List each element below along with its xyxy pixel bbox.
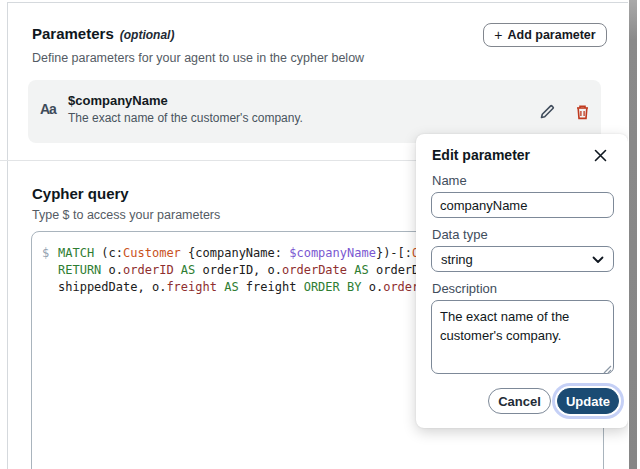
- data-type-select[interactable]: string: [431, 246, 614, 272]
- panel-left-border: [7, 2, 8, 469]
- delete-parameter-button[interactable]: [573, 104, 591, 122]
- cancel-button[interactable]: Cancel: [488, 388, 551, 414]
- code-gutter-prompt: $: [42, 246, 49, 260]
- optional-label: (optional): [120, 28, 175, 42]
- description-label: Description: [432, 281, 497, 296]
- parameter-description: The exact name of the customer's company…: [68, 111, 303, 125]
- chevron-down-icon: [592, 250, 604, 268]
- plus-icon: +: [494, 28, 502, 42]
- data-type-value: string: [441, 252, 473, 267]
- edit-parameter-button[interactable]: [538, 104, 556, 122]
- cancel-label: Cancel: [498, 394, 541, 409]
- data-type-label: Data type: [432, 227, 488, 242]
- parameter-name: $companyName: [68, 93, 168, 108]
- close-icon: [594, 149, 607, 165]
- description-textarea[interactable]: The exact name of the customer's company…: [431, 300, 614, 374]
- edit-parameter-dialog: Edit parameter Name Data type string Des…: [416, 134, 628, 428]
- trash-icon: [575, 104, 590, 123]
- close-dialog-button[interactable]: [590, 147, 610, 167]
- dialog-title: Edit parameter: [432, 147, 530, 163]
- cypher-query-subtitle: Type $ to access your parameters: [32, 208, 220, 222]
- panel-top-border: [7, 2, 640, 3]
- parameters-header: Parameters(optional): [32, 25, 174, 43]
- pencil-icon: [539, 104, 555, 123]
- text-format-icon: Aa: [40, 101, 56, 117]
- scrollbar-thumb[interactable]: [629, 0, 637, 469]
- scrollbar[interactable]: [628, 0, 640, 469]
- update-button[interactable]: Update: [557, 388, 619, 414]
- name-input[interactable]: [431, 192, 614, 218]
- parameters-title: Parameters: [32, 25, 114, 42]
- update-label: Update: [566, 394, 610, 409]
- add-parameter-button[interactable]: + Add parameter: [483, 23, 607, 47]
- name-label: Name: [432, 173, 467, 188]
- parameters-subtitle: Define parameters for your agent to use …: [32, 51, 364, 65]
- cypher-query-title: Cypher query: [32, 185, 129, 202]
- agent-configuration-panel: Parameters(optional) + Add parameter Def…: [0, 0, 640, 469]
- add-parameter-label: Add parameter: [507, 28, 595, 42]
